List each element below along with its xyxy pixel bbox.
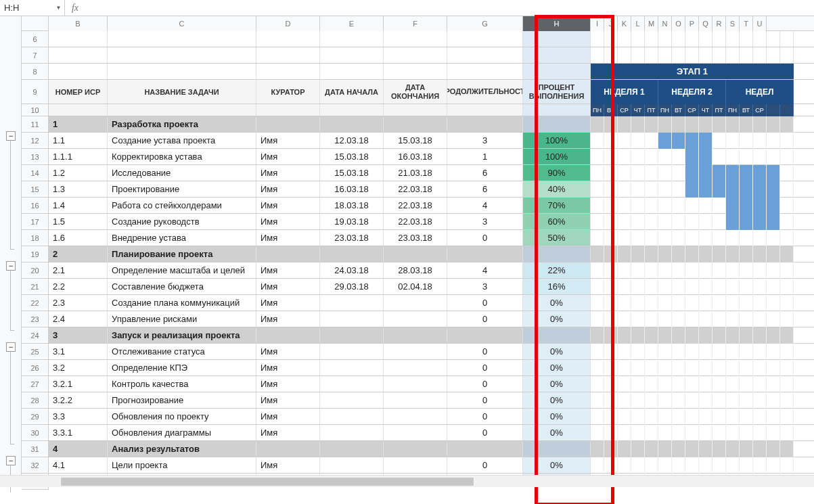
grid[interactable]: BCDEFGHIJKLMNOPQRSTU ЭТАП 1НОМЕР ИСРНАЗВ… — [49, 16, 814, 487]
gantt-cell[interactable] — [658, 279, 672, 295]
gantt-cell[interactable] — [713, 133, 726, 149]
end-cell[interactable]: 22.03.18 — [384, 214, 447, 229]
gantt-cell[interactable] — [618, 295, 631, 311]
owner-cell[interactable]: Имя — [256, 181, 320, 197]
gantt-cell[interactable] — [780, 311, 794, 327]
gantt-cell[interactable] — [591, 149, 604, 165]
gantt-cell[interactable] — [740, 376, 753, 392]
row-header-28[interactable]: 28 — [22, 392, 49, 409]
gantt-cell[interactable] — [767, 360, 780, 376]
gantt-cell[interactable] — [726, 181, 740, 198]
gantt-cell[interactable] — [740, 165, 753, 181]
gantt-cell[interactable] — [753, 31, 767, 47]
cell[interactable] — [49, 47, 108, 63]
gantt-cell[interactable] — [740, 47, 753, 63]
task-cell[interactable]: Цели проекта — [108, 457, 256, 473]
gantt-cell[interactable] — [618, 181, 631, 198]
start-cell[interactable]: 15.03.18 — [320, 165, 384, 181]
gantt-cell[interactable] — [780, 262, 794, 279]
gantt-cell[interactable] — [780, 31, 794, 47]
task-cell[interactable]: Создание устава проекта — [108, 133, 256, 148]
gantt-cell[interactable] — [726, 31, 740, 47]
gantt-cell[interactable] — [753, 133, 767, 149]
start-cell[interactable]: 16.03.18 — [320, 181, 384, 197]
percent-cell[interactable]: 0% — [523, 425, 591, 440]
owner-cell[interactable]: Имя — [256, 457, 320, 473]
cell[interactable] — [256, 47, 320, 63]
gantt-cell[interactable] — [658, 198, 672, 214]
cell[interactable] — [256, 327, 320, 343]
gantt-cell[interactable] — [618, 149, 631, 165]
owner-cell[interactable]: Имя — [256, 279, 320, 294]
gantt-cell[interactable] — [780, 425, 794, 441]
column-header-F[interactable]: F — [384, 16, 447, 31]
end-cell[interactable]: 23.03.18 — [384, 230, 447, 246]
gantt-cell[interactable] — [726, 198, 740, 214]
gantt-cell[interactable] — [767, 214, 780, 230]
gantt-cell[interactable] — [767, 181, 780, 198]
start-cell[interactable]: 15.03.18 — [320, 149, 384, 164]
gantt-cell[interactable] — [645, 165, 658, 181]
gantt-cell[interactable] — [618, 214, 631, 230]
gantt-cell[interactable] — [645, 31, 658, 47]
percent-cell[interactable]: 0% — [523, 344, 591, 359]
wbs-cell[interactable]: 4.1 — [49, 457, 108, 473]
gantt-cell[interactable] — [685, 311, 699, 327]
cell[interactable] — [320, 31, 384, 47]
task-cell[interactable]: Корректировка устава — [108, 149, 256, 164]
gantt-cell[interactable] — [658, 295, 672, 311]
gantt-cell[interactable] — [726, 376, 740, 392]
gantt-cell[interactable] — [618, 360, 631, 376]
gantt-cell[interactable] — [658, 311, 672, 327]
duration-cell[interactable]: 4 — [447, 262, 523, 278]
duration-cell[interactable]: 1 — [447, 149, 523, 164]
cell[interactable] — [523, 441, 591, 457]
gantt-cell[interactable] — [591, 214, 604, 230]
percent-cell[interactable]: 60% — [523, 214, 591, 229]
end-cell[interactable]: 22.03.18 — [384, 181, 447, 197]
gantt-cell[interactable] — [767, 279, 780, 295]
gantt-cell[interactable] — [618, 425, 631, 441]
gantt-cell[interactable] — [658, 376, 672, 392]
gantt-cell[interactable] — [685, 47, 699, 63]
gantt-cell[interactable] — [672, 409, 685, 425]
gantt-cell[interactable] — [740, 181, 753, 198]
wbs-cell[interactable]: 2.1 — [49, 262, 108, 278]
gantt-cell[interactable] — [753, 344, 767, 360]
gantt-cell[interactable] — [618, 376, 631, 392]
row-header-13[interactable]: 13 — [22, 149, 49, 165]
cell[interactable] — [523, 116, 591, 132]
row-header-15[interactable]: 15 — [22, 181, 49, 198]
column-header-K[interactable]: K — [618, 16, 631, 31]
column-header-C[interactable]: C — [108, 16, 256, 31]
gantt-cell[interactable] — [672, 47, 685, 63]
gantt-cell[interactable] — [699, 133, 713, 149]
gantt-cell[interactable] — [672, 425, 685, 441]
column-header-U[interactable]: U — [753, 16, 767, 31]
duration-cell[interactable]: 0 — [447, 457, 523, 473]
gantt-cell[interactable] — [726, 214, 740, 230]
task-cell[interactable]: Работа со стейкхолдерами — [108, 198, 256, 213]
gantt-cell[interactable] — [685, 149, 699, 165]
percent-cell[interactable]: 0% — [523, 360, 591, 375]
task-cell[interactable]: Создание руководств — [108, 214, 256, 229]
gantt-cell[interactable] — [631, 165, 645, 181]
task-cell[interactable]: Обновления по проекту — [108, 409, 256, 424]
gantt-cell[interactable] — [740, 230, 753, 246]
gantt-cell[interactable] — [753, 279, 767, 295]
gantt-cell[interactable] — [631, 198, 645, 214]
row-header-8[interactable]: 8 — [22, 64, 49, 80]
start-cell[interactable]: 24.03.18 — [320, 262, 384, 278]
gantt-cell[interactable] — [631, 133, 645, 149]
row-header-32[interactable]: 32 — [22, 457, 49, 474]
gantt-cell[interactable] — [699, 31, 713, 47]
gantt-cell[interactable] — [672, 214, 685, 230]
wbs-cell[interactable]: 3.3.1 — [49, 425, 108, 440]
gantt-cell[interactable] — [780, 344, 794, 360]
gantt-cell[interactable] — [713, 214, 726, 230]
gantt-cell[interactable] — [753, 360, 767, 376]
end-cell[interactable] — [384, 409, 447, 424]
gantt-cell[interactable] — [699, 214, 713, 230]
gantt-cell[interactable] — [672, 279, 685, 295]
gantt-cell[interactable] — [604, 295, 618, 311]
